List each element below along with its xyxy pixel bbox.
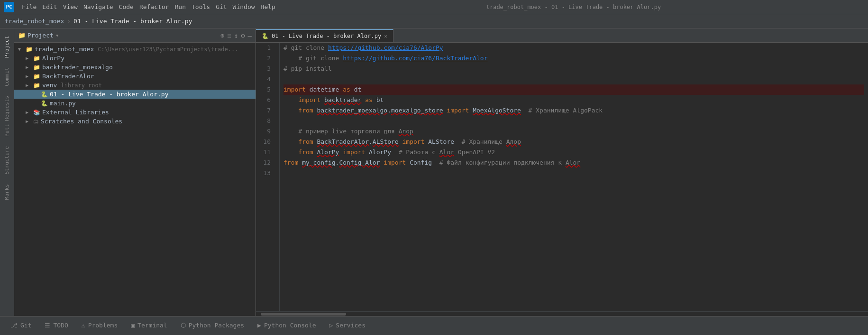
scratch-icon: 🗂 — [33, 118, 39, 125]
bottom-tab-todo[interactable]: ☰ TODO — [38, 316, 74, 335]
code-line-7: from backtrader_moexalgo.moexalgo_store … — [283, 105, 864, 116]
code-line-3: # pip install — [283, 64, 864, 74]
line-num-3: 🔒3 — [256, 64, 274, 74]
menu-view[interactable]: View — [63, 3, 78, 10]
bottom-tab-git[interactable]: ⎇ Git — [4, 316, 38, 335]
tree-item-root[interactable]: ▼ 📁 trade_robot_moex C:\Users\user123\Py… — [14, 45, 256, 54]
bottom-tab-python-console-label: Python Console — [264, 322, 316, 329]
item-label: trade_robot_moex — [35, 46, 94, 53]
sidebar-tabs: Project Commit Pull Requests Structure M… — [0, 28, 14, 316]
horizontal-scrollbar[interactable] — [256, 311, 868, 316]
bottom-tab-terminal-label: Terminal — [137, 322, 167, 329]
file-tree-toolbar: ⊕ ≡ ↕ ⚙ — — [220, 32, 252, 39]
python-console-icon: ▶ — [257, 322, 261, 329]
menu-run[interactable]: Run — [175, 3, 186, 10]
tree-item-extlibs[interactable]: ▶ 📚 External Libraries — [14, 108, 256, 117]
bottom-tab-problems[interactable]: ⚠ Problems — [75, 316, 124, 335]
line-num-4: 4 — [256, 74, 274, 84]
editor-tab-active[interactable]: 🐍 01 - Live Trade - broker Alor.py × — [256, 29, 393, 42]
menu-navigate[interactable]: Navigate — [83, 3, 113, 10]
arrow-icon: ▶ — [26, 119, 31, 124]
bottom-tab-terminal[interactable]: ▣ Terminal — [124, 316, 174, 335]
menu-window[interactable]: Window — [233, 3, 255, 10]
arrow-icon: ▶ — [26, 56, 31, 61]
tree-item-backtrader[interactable]: ▶ 📁 backtrader_moexalgo — [14, 63, 256, 72]
todo-icon: ☰ — [45, 322, 50, 329]
item-sublabel: library root — [61, 82, 102, 89]
arrow-icon: ▼ — [18, 47, 24, 52]
folder-icon: 📁 — [26, 46, 33, 53]
code-line-5: import datetime as dt — [283, 84, 864, 95]
menu-git[interactable]: Git — [216, 3, 227, 10]
code-line-9: # пример live торговли для Алор — [283, 126, 864, 137]
bottom-tab-python-packages-label: Python Packages — [189, 322, 244, 329]
tree-item-liveTrade[interactable]: 🐍 01 - Live Trade - broker Alor.py — [14, 90, 256, 99]
line-num-9: 9 — [256, 126, 274, 137]
dropdown-arrow[interactable]: ▾ — [55, 32, 59, 39]
code-line-4 — [283, 74, 864, 84]
bottom-tab-services-label: Services — [336, 322, 365, 329]
bottom-toolbar: ⎇ Git ☰ TODO ⚠ Problems ▣ Terminal ⬡ Pyt… — [0, 316, 868, 335]
line-num-12: 🔒12 — [256, 158, 274, 168]
bottom-tab-git-label: Git — [20, 322, 31, 329]
tree-item-venv[interactable]: ▶ 📁 venv library root — [14, 81, 256, 90]
editor-tabs: 🐍 01 - Live Trade - broker Alor.py × — [256, 28, 868, 43]
code-line-8 — [283, 116, 864, 126]
collapse-all-icon[interactable]: ≡ — [227, 32, 231, 39]
sidebar-tab-marks[interactable]: Marks — [2, 180, 12, 204]
folder-icon: 📁 — [18, 32, 26, 39]
item-label: AlorPy — [42, 55, 64, 62]
item-label: backtrader_moexalgo — [42, 64, 113, 71]
code-line-1: # git clone https://github.com/cia76/Alo… — [283, 43, 864, 53]
arrow-icon: ▶ — [26, 110, 31, 115]
file-tree-header: 📁 Project ▾ ⊕ ≡ ↕ ⚙ — — [14, 28, 256, 43]
bottom-tab-python-packages[interactable]: ⬡ Python Packages — [174, 316, 251, 335]
menu-bar: File Edit View Navigate Code Refactor Ru… — [22, 3, 275, 10]
h-scroll-thumb[interactable] — [261, 313, 346, 316]
bottom-tab-python-console[interactable]: ▶ Python Console — [251, 316, 322, 335]
code-line-10: from BackTraderAlor.ALStore import ALSto… — [283, 137, 864, 147]
menu-help[interactable]: Help — [261, 3, 275, 10]
sidebar-tab-pull-requests[interactable]: Pull Requests — [2, 92, 12, 140]
expand-icon[interactable]: ↕ — [234, 32, 238, 39]
arrow-icon: ▶ — [26, 65, 31, 70]
file-tree: ▼ 📁 trade_robot_moex C:\Users\user123\Py… — [14, 43, 256, 316]
code-line-12: from my_config.Config_Alor import Config… — [283, 158, 864, 168]
menu-file[interactable]: File — [22, 3, 37, 10]
tab-close-button[interactable]: × — [384, 33, 387, 39]
folder-icon: 📁 — [33, 64, 40, 71]
item-path: C:\Users\user123\PycharmProjects\trade..… — [98, 46, 238, 53]
item-label: External Libraries — [42, 109, 109, 116]
settings-icon[interactable]: ⚙ — [241, 32, 245, 39]
item-label: Scratches and Consoles — [41, 118, 122, 125]
add-icon[interactable]: ⊕ — [220, 32, 224, 39]
item-label: BackTraderAlor — [42, 73, 94, 80]
project-label: 📁 Project ▾ — [18, 32, 59, 39]
sidebar-tab-project[interactable]: Project — [2, 32, 12, 62]
lib-icon: 📚 — [33, 109, 40, 116]
window-title: trade_robot_moex - 01 - Live Trade - bro… — [283, 4, 864, 10]
editor-content[interactable]: 🔒1 2 🔒3 4 5 6 7 8 9 10 11 🔒12 13 — [256, 43, 868, 311]
tree-item-backtraderalor[interactable]: ▶ 📁 BackTraderAlor — [14, 72, 256, 81]
tree-item-alorpy[interactable]: ▶ 📁 AlorPy — [14, 54, 256, 63]
tree-item-scratches[interactable]: ▶ 🗂 Scratches and Consoles — [14, 117, 256, 126]
sidebar-tab-structure[interactable]: Structure — [2, 142, 12, 178]
line-num-2: 2 — [256, 53, 274, 64]
minimize-icon[interactable]: — — [248, 32, 252, 39]
code-area: 🔒1 2 🔒3 4 5 6 7 8 9 10 11 🔒12 13 — [256, 43, 868, 311]
bottom-tab-services[interactable]: ▷ Services — [323, 316, 372, 335]
arrow-icon: ▶ — [26, 83, 31, 88]
services-icon: ▷ — [329, 322, 333, 329]
project-name-label: Project — [27, 32, 54, 39]
sidebar-tab-commit[interactable]: Commit — [2, 64, 12, 90]
breadcrumb-separator: › — [67, 18, 71, 25]
folder-icon: 📁 — [33, 73, 40, 80]
item-label: 01 - Live Trade - broker Alor.py — [50, 91, 168, 98]
menu-code[interactable]: Code — [119, 3, 134, 10]
menu-tools[interactable]: Tools — [192, 3, 210, 10]
breadcrumb-project[interactable]: trade_robot_moex — [5, 18, 64, 25]
tree-item-main[interactable]: 🐍 main.py — [14, 99, 256, 108]
menu-edit[interactable]: Edit — [42, 3, 57, 10]
breadcrumb-file[interactable]: 01 - Live Trade - broker Alor.py — [73, 18, 192, 25]
menu-refactor[interactable]: Refactor — [139, 3, 169, 10]
